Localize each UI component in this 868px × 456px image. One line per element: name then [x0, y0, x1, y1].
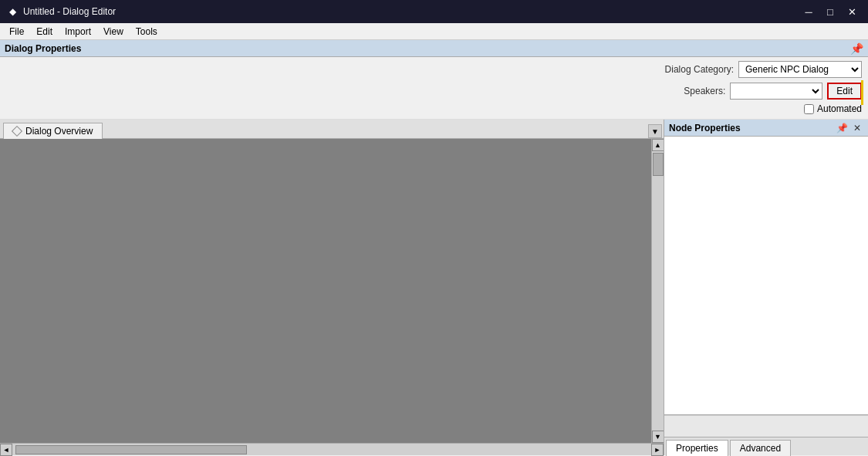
- dialog-overview-tab-label: Dialog Overview: [25, 126, 93, 137]
- app-icon: ◆: [6, 5, 19, 18]
- tab-advanced[interactable]: Advanced: [730, 440, 791, 456]
- automated-checkbox[interactable]: [804, 104, 814, 114]
- speakers-dropdown[interactable]: [730, 83, 822, 100]
- dialog-overview-tab[interactable]: Dialog Overview: [3, 123, 103, 139]
- left-panel: Dialog Overview ▼ ▲ ▼ ◄ ►: [0, 120, 664, 455]
- menu-import[interactable]: Import: [59, 25, 97, 39]
- close-button[interactable]: ✕: [842, 3, 862, 20]
- dialog-category-row: Dialog Category: Generic NPC Dialog: [0, 57, 868, 80]
- node-properties-close[interactable]: ✕: [851, 122, 863, 134]
- menu-view[interactable]: View: [97, 25, 130, 39]
- menu-tools[interactable]: Tools: [130, 25, 164, 39]
- title-bar: ◆ Untitled - Dialog Editor ─ □ ✕: [0, 0, 868, 23]
- node-properties-content: [664, 137, 868, 415]
- bottom-tabs: Properties Advanced: [664, 437, 868, 455]
- maximize-button[interactable]: □: [820, 3, 840, 20]
- node-properties-pin[interactable]: 📌: [836, 122, 848, 134]
- menu-edit[interactable]: Edit: [30, 25, 59, 39]
- cursor-indicator: [861, 80, 863, 105]
- node-properties-bottom-area: [664, 415, 868, 437]
- node-properties-title: Node Properties: [669, 123, 741, 133]
- speakers-row: Speakers: Edit: [0, 80, 868, 102]
- tab-bar: Dialog Overview ▼: [0, 120, 664, 139]
- menu-file[interactable]: File: [3, 25, 30, 39]
- scroll-up-button[interactable]: ▲: [652, 139, 664, 151]
- horizontal-scrollbar[interactable]: ◄ ►: [0, 443, 664, 455]
- dialog-category-label: Dialog Category:: [665, 64, 734, 75]
- window-title: Untitled - Dialog Editor: [23, 6, 116, 17]
- canvas-row: ▲ ▼: [0, 139, 664, 443]
- automated-label: Automated: [817, 103, 862, 114]
- minimize-button[interactable]: ─: [799, 3, 819, 20]
- canvas-area[interactable]: [0, 139, 651, 443]
- node-properties-controls: 📌 ✕: [836, 122, 863, 134]
- menu-bar: File Edit Import View Tools: [0, 23, 868, 40]
- dialog-properties-bar: Dialog Properties 📌: [0, 40, 868, 57]
- tab-diamond-icon: [12, 126, 22, 137]
- vertical-scrollbar[interactable]: ▲ ▼: [651, 139, 664, 443]
- scroll-thumb[interactable]: [653, 153, 664, 176]
- speakers-label: Speakers:: [684, 86, 725, 96]
- pin-icon[interactable]: 📌: [850, 42, 863, 55]
- tab-properties[interactable]: Properties: [666, 440, 728, 456]
- h-scroll-thumb[interactable]: [15, 445, 247, 454]
- edit-button[interactable]: Edit: [827, 83, 862, 100]
- scroll-down-button[interactable]: ▼: [652, 431, 664, 443]
- node-properties-header: Node Properties 📌 ✕: [664, 120, 868, 137]
- header-section: Dialog Category: Generic NPC Dialog Spea…: [0, 57, 868, 120]
- main-area: Dialog Overview ▼ ▲ ▼ ◄ ►: [0, 120, 868, 455]
- scroll-right-button[interactable]: ►: [651, 444, 664, 456]
- h-scroll-track: [12, 444, 651, 455]
- tab-scroll-button[interactable]: ▼: [648, 124, 662, 138]
- automated-row: Automated: [0, 102, 868, 120]
- right-panel: Node Properties 📌 ✕ Properties Advanced: [664, 120, 868, 455]
- scroll-left-button[interactable]: ◄: [0, 444, 12, 456]
- dialog-category-dropdown[interactable]: Generic NPC Dialog: [738, 61, 862, 78]
- dialog-properties-label: Dialog Properties: [5, 43, 81, 54]
- window-controls: ─ □ ✕: [799, 3, 862, 20]
